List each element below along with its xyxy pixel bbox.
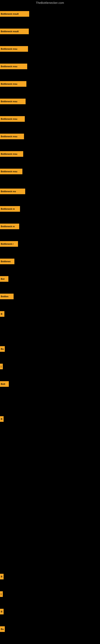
bar-row: Bottlenec bbox=[0, 258, 14, 264]
bar-row: Bottleneck re bbox=[0, 206, 20, 212]
bar-row: Bottleneck resu bbox=[0, 151, 23, 157]
bar-row: Bottlen bbox=[0, 294, 14, 299]
bar-label: Bottleneck resu bbox=[0, 169, 22, 174]
bar-label: Bottleneck result bbox=[0, 28, 29, 34]
bar-label: Bottlen bbox=[0, 294, 14, 299]
site-title: TheBottlenecker.com bbox=[0, 0, 100, 5]
bar-row: Bo bbox=[0, 346, 5, 352]
bar-row: B bbox=[0, 609, 3, 614]
bar-label: Bottleneck resu bbox=[0, 64, 27, 69]
bar-label: Bottleneck result bbox=[0, 11, 29, 17]
bar-row: Bottleneck res bbox=[0, 188, 25, 194]
bar-label: B bbox=[0, 416, 3, 422]
bar-label: Bott bbox=[0, 381, 9, 387]
bar-row: | bbox=[0, 591, 3, 597]
bar-label: Bottlenec bbox=[0, 258, 14, 264]
bar-label: Bo bbox=[0, 626, 5, 632]
bar-row: | bbox=[0, 364, 3, 369]
bar-row: Bottleneck resu bbox=[0, 81, 26, 87]
bar-row: Bot bbox=[0, 276, 8, 282]
bar-row: Bottleneck resu bbox=[0, 134, 24, 139]
bar-label: | bbox=[0, 364, 3, 369]
bar-label: Bottleneck resu bbox=[0, 46, 28, 52]
bar-row: Bo bbox=[0, 626, 5, 632]
bar-label: Bottleneck r bbox=[0, 241, 18, 247]
bar-label: Bottleneck res bbox=[0, 188, 25, 194]
bar-label: Bot bbox=[0, 276, 8, 282]
bar-label: Bottleneck resu bbox=[0, 151, 23, 157]
bar-row: Bottleneck result bbox=[0, 28, 29, 34]
bar-label: B bbox=[0, 574, 3, 580]
bar-label: B bbox=[0, 311, 4, 317]
bar-row: Bott bbox=[0, 381, 9, 387]
bar-label: Bottleneck re bbox=[0, 206, 20, 212]
bar-row: Bottleneck r bbox=[0, 241, 18, 247]
bar-row: Bottleneck result bbox=[0, 11, 29, 17]
bar-row: Bottleneck resu bbox=[0, 64, 27, 69]
bar-label: | bbox=[0, 591, 3, 597]
bar-row: B bbox=[0, 416, 3, 422]
bar-row: Bottleneck re bbox=[0, 224, 19, 229]
bar-row: B bbox=[0, 311, 4, 317]
bar-row: Bottleneck resu bbox=[0, 46, 28, 52]
bar-label: Bottleneck resu bbox=[0, 81, 26, 87]
bar-label: Bottleneck resu bbox=[0, 98, 26, 104]
bar-row: Bottleneck resu bbox=[0, 98, 26, 104]
bar-label: Bottleneck re bbox=[0, 224, 19, 229]
bar-label: Bottleneck resu bbox=[0, 134, 24, 139]
bar-label: Bottleneck resu bbox=[0, 116, 25, 122]
bar-label: Bo bbox=[0, 346, 5, 352]
bar-label: B bbox=[0, 609, 3, 614]
bar-row: Bottleneck resu bbox=[0, 116, 25, 122]
bar-row: Bottleneck resu bbox=[0, 169, 22, 174]
bar-row: B bbox=[0, 574, 3, 580]
